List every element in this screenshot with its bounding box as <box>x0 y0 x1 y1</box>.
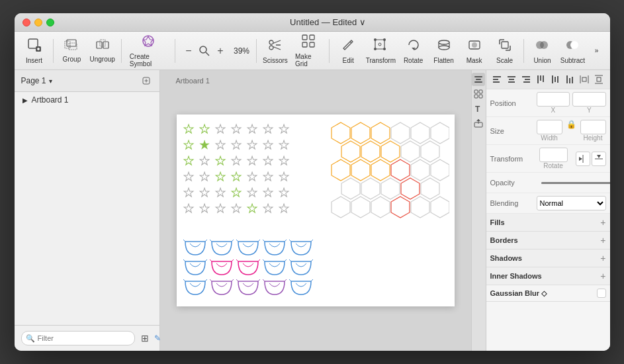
scale-button[interactable]: Scale <box>490 34 519 68</box>
align-bottom-button[interactable] <box>563 73 576 86</box>
flip-h-button[interactable] <box>576 152 590 166</box>
y-input[interactable] <box>572 92 606 107</box>
make-grid-button[interactable]: Make Grid <box>291 34 325 68</box>
svg-line-90 <box>210 240 212 242</box>
svg-point-29 <box>379 43 381 46</box>
insert-button[interactable]: Insert <box>20 34 49 68</box>
union-button[interactable]: Union <box>527 34 557 68</box>
ungroup-label: Ungroup <box>90 56 115 63</box>
union-icon <box>535 38 549 56</box>
align-icon[interactable] <box>472 73 485 86</box>
page-selector[interactable]: Page 1 ▾ <box>21 76 52 85</box>
x-input-group: X <box>537 92 570 114</box>
inner-shadows-add-icon[interactable]: + <box>600 271 605 281</box>
rotate-button[interactable]: Rotate <box>399 34 428 68</box>
size-inputs: Width 🔒 Height <box>537 120 606 142</box>
minimize-button[interactable] <box>34 19 42 26</box>
export-icon[interactable] <box>472 116 485 130</box>
rotate-label: Rotate <box>404 57 423 64</box>
zoom-in-button[interactable]: + <box>214 44 227 58</box>
create-symbol-button[interactable]: Create Symbol <box>126 34 171 68</box>
svg-text:★: ★ <box>183 186 194 199</box>
borders-section[interactable]: Borders + <box>486 232 610 250</box>
svg-line-117 <box>311 279 313 281</box>
svg-rect-141 <box>552 75 553 83</box>
main-area: Page 1 ▾ ▶ Artboard 1 🔍 <box>15 70 610 351</box>
group-button[interactable]: Group <box>57 34 86 68</box>
rotate-input[interactable] <box>539 148 568 162</box>
width-input[interactable] <box>537 120 562 134</box>
edit-button[interactable]: Edit <box>334 34 363 68</box>
scissors-button[interactable]: Scissors <box>261 34 290 68</box>
mask-button[interactable]: Mask <box>460 34 489 68</box>
sidebar-footer: 🔍 ⊞ ✎0 <box>15 325 159 351</box>
svg-rect-19 <box>302 35 307 40</box>
svg-rect-129 <box>493 76 501 77</box>
scissors-label: Scissors <box>263 57 288 64</box>
zoom-out-button[interactable]: − <box>182 44 195 58</box>
gaussian-blur-checkbox[interactable] <box>597 289 606 298</box>
maximize-button[interactable] <box>46 19 54 26</box>
svg-text:★: ★ <box>263 122 273 136</box>
fills-section[interactable]: Fills + <box>486 214 610 232</box>
sep5 <box>329 39 330 63</box>
filter-input[interactable] <box>21 331 135 345</box>
opacity-slider[interactable] <box>541 182 610 184</box>
borders-add-icon[interactable]: + <box>600 235 605 246</box>
blending-select[interactable]: Normal <box>537 196 606 210</box>
distribute-v-button[interactable] <box>592 73 605 86</box>
transform-button[interactable]: Transform <box>364 34 397 68</box>
sidebar-left: Page 1 ▾ ▶ Artboard 1 🔍 <box>15 70 160 351</box>
close-button[interactable] <box>22 19 30 26</box>
transform-row: Transform Rotate <box>486 145 610 173</box>
align-middle-v-button[interactable] <box>549 73 562 86</box>
svg-rect-133 <box>509 79 514 80</box>
svg-line-113 <box>258 279 260 281</box>
svg-marker-154 <box>579 157 582 161</box>
x-input[interactable] <box>537 92 570 107</box>
svg-line-88 <box>183 240 185 242</box>
canvas-area[interactable]: Artboard 1 ★ ★ ★ ★ ★ ★ ★ ★ ★ ★ ★ <box>160 70 471 351</box>
zoom-level: 39% <box>231 46 252 56</box>
blending-row: Blending Normal <box>486 193 610 214</box>
text-icon[interactable]: T <box>472 102 485 115</box>
flip-v-button[interactable] <box>592 152 606 166</box>
fills-add-icon[interactable]: + <box>600 217 605 228</box>
align-right-button[interactable] <box>519 73 533 86</box>
basket-pattern <box>182 238 314 301</box>
svg-point-15 <box>269 46 273 50</box>
svg-line-92 <box>236 240 238 242</box>
height-input[interactable] <box>580 120 606 134</box>
align-left-button[interactable] <box>490 73 504 86</box>
stars-pattern: ★ ★ ★ ★ ★ ★ ★ ★ ★ ★ ★ ★ ★ ★ ★ <box>182 121 311 224</box>
flatten-button[interactable]: Flatten <box>429 34 459 68</box>
svg-rect-145 <box>569 78 570 83</box>
align-center-h-button[interactable] <box>505 73 518 86</box>
app-window: Untitled — Edited ∨ Insert <box>15 13 610 351</box>
shadows-section[interactable]: Shadows + <box>486 250 610 267</box>
inspector-icon[interactable] <box>472 87 485 101</box>
width-input-group: Width <box>537 120 562 142</box>
inner-shadows-section[interactable]: Inner Shadows + <box>486 267 610 285</box>
distribute-h-button[interactable] <box>578 73 591 86</box>
x-label: X <box>537 107 570 114</box>
add-page-button[interactable] <box>140 74 153 87</box>
layer-grid-icon[interactable]: ⊞ <box>139 332 151 344</box>
svg-rect-22 <box>310 42 314 47</box>
svg-line-111 <box>232 279 234 281</box>
align-top-button[interactable] <box>534 73 547 86</box>
rotate-icon <box>406 38 421 56</box>
svg-text:★: ★ <box>215 202 226 215</box>
svg-text:★: ★ <box>279 170 289 183</box>
lock-icon[interactable]: 🔒 <box>566 120 576 142</box>
hex-pattern <box>330 120 449 229</box>
svg-point-26 <box>383 38 386 41</box>
rotate-sublabel: Rotate <box>539 162 568 169</box>
subtract-button[interactable]: Subtract <box>558 34 587 68</box>
ungroup-button[interactable]: Ungroup <box>87 34 117 68</box>
svg-line-94 <box>263 240 265 242</box>
svg-rect-4 <box>65 41 70 48</box>
shadows-add-icon[interactable]: + <box>600 253 605 263</box>
more-button[interactable]: » <box>588 34 604 68</box>
layer-item-artboard[interactable]: ▶ Artboard 1 <box>15 92 159 108</box>
